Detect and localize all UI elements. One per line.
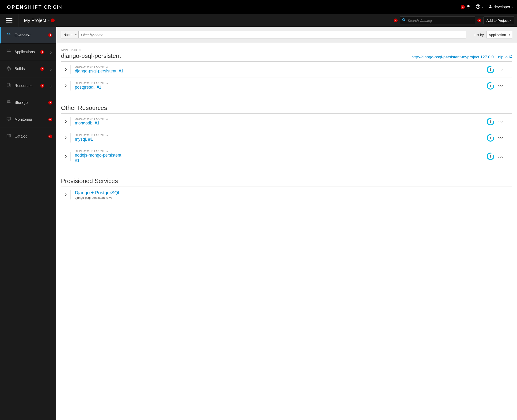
sidebar-item-label: Overview <box>15 33 30 37</box>
sidebar-item-label: Builds <box>15 67 25 71</box>
resource-link[interactable]: mysql <box>75 137 86 142</box>
sidebar-item-applications[interactable]: Applications 6 ❯ <box>0 44 56 60</box>
user-icon <box>488 4 492 10</box>
tour-badge: 11 <box>48 135 52 138</box>
notifications-button[interactable]: 4 <box>461 4 471 10</box>
actions-menu[interactable]: ⋮ <box>508 194 512 195</box>
catalog-search-input[interactable] <box>408 19 473 22</box>
resource-link[interactable]: mongodb <box>75 121 93 125</box>
revision-link[interactable]: #1 <box>119 69 123 73</box>
actions-menu[interactable]: ⋮ <box>508 156 512 157</box>
project-name: My Project <box>24 18 46 23</box>
list-by-label: List by <box>474 33 484 37</box>
expand-toggle[interactable] <box>61 193 70 196</box>
add-to-project-button[interactable]: Add to Project ▾ <box>483 16 514 24</box>
pod-label: pod <box>498 120 503 124</box>
pod-status[interactable]: 1 pod <box>487 153 503 160</box>
tour-badge: 10 <box>48 118 52 121</box>
svg-point-8 <box>10 102 10 103</box>
resource-link[interactable]: django-psql-persistent <box>75 69 116 73</box>
deployment-row: DEPLOYMENT CONFIG django-psql-persistent… <box>61 62 512 78</box>
pod-label: pod <box>498 68 503 72</box>
sidebar-item-builds[interactable]: Builds 7 ❯ <box>0 60 56 77</box>
pod-label: pod <box>498 136 503 140</box>
help-button[interactable]: ▾ <box>476 4 483 10</box>
resource-name: django-psql-persistent, #1 <box>75 68 126 74</box>
actions-menu[interactable]: ⋮ <box>508 69 512 70</box>
actions-menu[interactable]: ⋮ <box>508 85 512 86</box>
filter-field-select[interactable]: Name ▾ <box>61 31 78 38</box>
chevron-down-icon: ▾ <box>509 34 510 36</box>
user-menu[interactable]: developer ▾ <box>488 4 513 10</box>
chevron-down-icon: ▾ <box>512 6 513 8</box>
filter-input[interactable] <box>78 31 466 38</box>
sidebar-item-overview[interactable]: Overview 5 <box>0 27 56 44</box>
project-selector[interactable]: My Project ▾ 1 <box>19 18 60 23</box>
route-url: http://django-psql-persistent-myproject.… <box>411 55 508 60</box>
chevron-right-icon: ❯ <box>50 84 52 87</box>
pod-ring-icon: 1 <box>487 153 494 160</box>
expand-toggle[interactable] <box>61 136 70 139</box>
resource-kind: DEPLOYMENT CONFIG <box>75 65 487 68</box>
resource-kind: DEPLOYMENT CONFIG <box>75 117 487 120</box>
tour-badge: 5 <box>48 33 52 37</box>
expand-toggle[interactable] <box>61 68 70 71</box>
hamburger-button[interactable] <box>0 14 19 27</box>
chevron-right-icon <box>64 68 67 71</box>
actions-menu[interactable]: ⋮ <box>508 137 512 139</box>
chevron-right-icon: ❯ <box>50 67 52 71</box>
files-icon <box>6 83 11 89</box>
pod-ring-icon: 1 <box>487 118 494 125</box>
application-name: django-psql-persistent <box>61 52 121 60</box>
tour-badge: 7 <box>40 67 44 71</box>
svg-rect-6 <box>8 84 10 87</box>
user-name: developer <box>494 5 510 9</box>
pod-status[interactable]: 1 pod <box>487 66 503 73</box>
brand-thin: ORIGIN <box>44 4 62 10</box>
resource-kind: DEPLOYMENT CONFIG <box>75 149 487 153</box>
sidebar-item-storage[interactable]: Storage 9 <box>0 94 56 111</box>
expand-toggle[interactable] <box>61 155 70 158</box>
svg-rect-9 <box>7 117 11 120</box>
route-link[interactable]: http://django-psql-persistent-myproject.… <box>411 55 512 60</box>
deployment-row: DEPLOYMENT CONFIG nodejs-mongo-persisten… <box>61 146 512 167</box>
revision-link[interactable]: #1 <box>95 121 100 125</box>
sidebar-item-resources[interactable]: Resources 8 ❯ <box>0 77 56 94</box>
resource-link[interactable]: nodejs-mongo-persistent <box>75 153 121 158</box>
pod-status[interactable]: 1 pod <box>487 118 503 125</box>
tour-badge: 2 <box>394 19 398 22</box>
section-title: Provisioned Services <box>61 177 512 187</box>
svg-point-3 <box>402 19 405 21</box>
main: Name ▾ List by Application ▾ APPLICATION… <box>56 27 517 420</box>
catalog-search[interactable] <box>400 16 475 24</box>
resource-link[interactable]: postgresql <box>75 85 94 90</box>
monitor-icon <box>6 116 11 122</box>
pod-status[interactable]: 1 pod <box>487 82 503 90</box>
revision-link[interactable]: #1 <box>97 85 101 90</box>
list-by-value: Application <box>489 33 506 37</box>
sidebar-item-label: Storage <box>15 101 28 105</box>
sidebar-item-catalog[interactable]: Catalog 11 <box>0 128 56 145</box>
revision-link[interactable]: #1 <box>75 158 79 163</box>
actions-menu[interactable]: ⋮ <box>508 121 512 122</box>
service-link[interactable]: Django + PostgreSQL <box>75 190 121 195</box>
map-icon <box>6 133 11 139</box>
dashboard-icon <box>6 32 11 38</box>
svg-point-1 <box>478 8 478 8</box>
brand-bold: OPENSHIFT <box>7 4 42 10</box>
expand-toggle[interactable] <box>61 120 70 123</box>
deployment-row: DEPLOYMENT CONFIG mysql, #1 1 pod ⋮ <box>61 130 512 146</box>
tour-badge: 9 <box>48 101 52 105</box>
chevron-right-icon <box>64 120 67 123</box>
list-by-select[interactable]: Application ▾ <box>486 31 512 38</box>
revision-link[interactable]: #1 <box>88 137 93 142</box>
sidebar-item-monitoring[interactable]: Monitoring 10 <box>0 111 56 128</box>
sidebar-item-label: Catalog <box>15 134 27 139</box>
chevron-right-icon: ❯ <box>50 50 52 54</box>
pod-status[interactable]: 1 pod <box>487 134 503 142</box>
resource-name: mysql, #1 <box>75 137 126 142</box>
expand-toggle[interactable] <box>61 84 70 87</box>
filter-toolbar: Name ▾ List by Application ▾ <box>56 27 517 43</box>
sidebar-item-label: Resources <box>15 84 32 88</box>
resource-name: postgresql, #1 <box>75 85 126 90</box>
